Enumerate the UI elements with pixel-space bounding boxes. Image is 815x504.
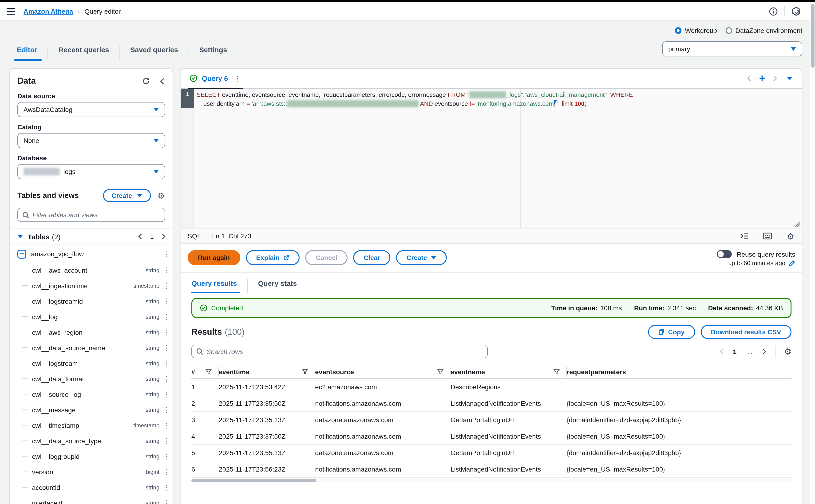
- keyboard-shortcuts-icon[interactable]: [756, 229, 779, 243]
- table-row[interactable]: 3 2025-11-17T23:35:13Z datazone.amazonaw…: [191, 412, 791, 428]
- table-horizontal-scrollbar-thumb[interactable]: [191, 479, 316, 482]
- download-results-csv-button[interactable]: Download results CSV: [700, 325, 791, 339]
- new-query-tab-icon[interactable]: +: [759, 73, 765, 83]
- scroll-tabs-left-icon[interactable]: [747, 75, 752, 82]
- format-query-icon[interactable]: [733, 229, 756, 243]
- radio-datazone[interactable]: DataZone environment: [725, 27, 802, 34]
- editor-resize-handle[interactable]: [794, 221, 800, 227]
- table-row[interactable]: 5 2025-11-17T23:55:13Z datazone.amazonaw…: [191, 445, 791, 461]
- tab-list-dropdown-icon[interactable]: [787, 76, 792, 80]
- kebab-menu-icon[interactable]: ⋮: [163, 344, 170, 351]
- column-row[interactable]: cwl__timestamp timestamp ⋮: [17, 417, 170, 433]
- column-row[interactable]: cwl__loggroupid string ⋮: [17, 449, 170, 464]
- gear-icon[interactable]: ⚙: [158, 191, 165, 201]
- kebab-menu-icon[interactable]: ⋮: [163, 453, 170, 460]
- page-scrollbar[interactable]: [810, 2, 815, 504]
- workgroup-select[interactable]: primary: [662, 41, 802, 56]
- create-button[interactable]: Create: [103, 189, 151, 202]
- column-row[interactable]: cwl__data_format string ⋮: [17, 371, 170, 386]
- next-results-page-icon[interactable]: [762, 348, 767, 355]
- search-rows-input[interactable]: [206, 348, 483, 355]
- query-tab[interactable]: Query 6 ⋮: [188, 68, 243, 89]
- refresh-icon[interactable]: [142, 77, 150, 85]
- column-row[interactable]: cwl__logstreamid string ⋮: [17, 293, 170, 309]
- column-row[interactable]: cwl__source_log string ⋮: [17, 386, 170, 402]
- column-row[interactable]: cwl__message string ⋮: [17, 402, 170, 417]
- filter-icon[interactable]: [302, 369, 308, 374]
- table-row[interactable]: 2 2025-11-17T23:35:50Z notifications.ama…: [191, 395, 791, 412]
- catalog-select[interactable]: None: [17, 133, 165, 148]
- column-row[interactable]: cwl__logstream string ⋮: [17, 355, 170, 371]
- kebab-menu-icon[interactable]: ⋮: [163, 298, 170, 305]
- radio-unselected-icon[interactable]: [725, 27, 732, 34]
- kebab-menu-icon[interactable]: ⋮: [163, 484, 170, 491]
- column-row[interactable]: cwl__aws_account string ⋮: [17, 262, 170, 278]
- table-row[interactable]: 6 2025-11-17T23:56:23Z notifications.ama…: [191, 461, 791, 478]
- tab-saved-queries[interactable]: Saved queries: [119, 46, 188, 60]
- kebab-menu-icon[interactable]: ⋮: [163, 267, 170, 274]
- reuse-results-toggle[interactable]: [717, 250, 732, 258]
- cancel-button[interactable]: Cancel: [305, 250, 348, 265]
- kebab-menu-icon[interactable]: ⋮: [163, 329, 170, 336]
- collapse-table-icon[interactable]: [17, 249, 26, 258]
- column-row[interactable]: accountid string ⋮: [17, 480, 170, 495]
- explain-button[interactable]: Explain: [246, 250, 300, 265]
- filter-icon[interactable]: [554, 369, 560, 374]
- edit-pencil-icon[interactable]: [789, 260, 795, 266]
- header-requestparameters[interactable]: requestparameters: [567, 367, 791, 376]
- tab-recent-queries[interactable]: Recent queries: [48, 46, 119, 60]
- column-row[interactable]: cwl__log string ⋮: [17, 309, 170, 324]
- header-eventname[interactable]: eventname: [451, 367, 567, 376]
- editor-settings-gear-icon[interactable]: ⚙: [779, 229, 802, 243]
- scroll-tabs-right-icon[interactable]: [773, 75, 777, 82]
- header-eventtime[interactable]: eventtime: [219, 367, 315, 376]
- kebab-menu-icon[interactable]: ⋮: [163, 499, 170, 504]
- kebab-menu-icon[interactable]: ⋮: [163, 375, 170, 382]
- kebab-menu-icon[interactable]: ⋮: [163, 468, 170, 475]
- section-expanded-icon[interactable]: [17, 235, 23, 238]
- tab-query-results[interactable]: Query results: [191, 279, 247, 293]
- table-horizontal-scrollbar[interactable]: [191, 479, 791, 482]
- kebab-menu-icon[interactable]: ⋮: [163, 360, 170, 367]
- table-row[interactable]: amazon_vpc_flow ⋮: [17, 245, 170, 262]
- radio-workgroup[interactable]: Workgroup: [675, 27, 717, 34]
- database-select[interactable]: xxxxxxxxxxx_logs: [17, 164, 165, 179]
- filter-tables-input[interactable]: [32, 211, 160, 219]
- sql-editor[interactable]: 1 SELECT eventtime, eventsource, eventna…: [181, 89, 802, 228]
- collapse-panel-icon[interactable]: [159, 77, 165, 85]
- kebab-menu-icon[interactable]: ⋮: [163, 313, 170, 320]
- column-row[interactable]: cwl__ingestiontime timestamp ⋮: [17, 278, 170, 293]
- column-row[interactable]: cwl__aws_region string ⋮: [17, 324, 170, 340]
- breadcrumb-app-link[interactable]: Amazon Athena: [24, 8, 73, 15]
- hamburger-menu-icon[interactable]: [7, 8, 15, 15]
- column-row[interactable]: cwl__data_source_name string ⋮: [17, 340, 170, 355]
- column-row[interactable]: version bigint ⋮: [17, 464, 170, 480]
- next-page-icon[interactable]: [161, 233, 166, 240]
- amazon-q-icon[interactable]: [791, 7, 801, 16]
- table-row[interactable]: 4 2025-11-17T23:37:50Z notifications.ama…: [191, 428, 791, 445]
- copy-button[interactable]: Copy: [648, 325, 695, 339]
- kebab-menu-icon[interactable]: ⋮: [163, 437, 170, 444]
- clear-button[interactable]: Clear: [353, 250, 391, 265]
- info-icon[interactable]: [769, 7, 778, 16]
- radio-selected-icon[interactable]: [675, 27, 682, 34]
- tab-settings[interactable]: Settings: [188, 46, 237, 60]
- kebab-menu-icon[interactable]: ⋮: [163, 250, 170, 257]
- tab-query-stats[interactable]: Query stats: [247, 279, 307, 293]
- data-source-select[interactable]: AwsDataCatalog: [17, 102, 165, 117]
- run-again-button[interactable]: Run again: [188, 250, 240, 265]
- filter-icon[interactable]: [206, 369, 212, 374]
- kebab-menu-icon[interactable]: ⋮: [163, 391, 170, 398]
- table-row[interactable]: 1 2025-11-17T23:53:42Z ec2.amazonaws.com…: [191, 379, 791, 395]
- column-row[interactable]: interfaceid string ⋮: [17, 495, 170, 504]
- tab-editor[interactable]: Editor: [8, 46, 48, 60]
- kebab-menu-icon[interactable]: ⋮: [163, 406, 170, 413]
- prev-results-page-icon[interactable]: [720, 348, 724, 355]
- kebab-menu-icon[interactable]: ⋮: [163, 422, 170, 429]
- prev-page-icon[interactable]: [138, 233, 142, 240]
- filter-icon[interactable]: [437, 369, 443, 374]
- results-page-number[interactable]: 1: [733, 348, 737, 355]
- page-scrollbar-thumb[interactable]: [811, 4, 814, 68]
- header-row-number[interactable]: #: [191, 367, 219, 376]
- query-tab-menu-icon[interactable]: ⋮: [234, 75, 241, 82]
